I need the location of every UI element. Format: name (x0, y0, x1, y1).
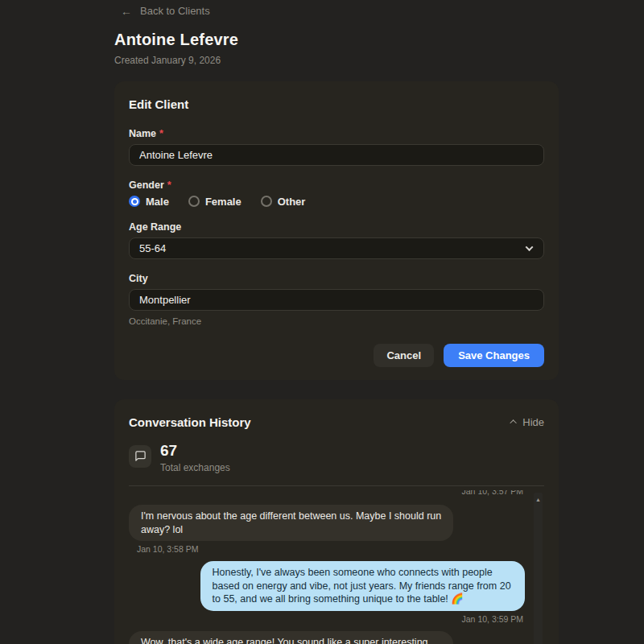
conversation-heading: Conversation History (129, 415, 251, 429)
page-title: Antoine Lefevre (114, 31, 559, 49)
back-to-clients-link[interactable]: ← Back to Clients (114, 0, 210, 17)
age-range-label: Age Range (129, 221, 544, 233)
chat-message: Wow, that's a wide age range! You sound … (129, 631, 525, 644)
back-link-label: Back to Clients (140, 5, 210, 17)
city-label: City (129, 273, 544, 284)
page-header: ← Back to Clients Antoine Lefevre Create… (114, 0, 559, 66)
back-arrow-icon: ← (121, 6, 132, 17)
age-range-select[interactable]: 55-64 (129, 237, 544, 259)
chat-bubble: I'm nervous about the age different betw… (129, 505, 453, 541)
exchange-stats: 67 Total exchanges (129, 443, 544, 474)
name-field: Name * (129, 128, 544, 166)
gender-option-other[interactable]: Other (261, 196, 306, 208)
age-range-field: Age Range 55-64 (129, 221, 544, 259)
chat-message: Honestly, I've always been someone who c… (129, 561, 525, 624)
gender-option-label: Male (146, 196, 169, 208)
city-input[interactable] (129, 289, 544, 311)
message-timestamp: Jan 10, 3:58 PM (137, 544, 198, 554)
radio-checked-icon[interactable] (129, 196, 140, 207)
chat-bubble: Wow, that's a wide age range! You sound … (129, 631, 453, 644)
chevron-down-icon (526, 243, 534, 251)
chevron-up-icon (510, 419, 517, 426)
conversation-history-card: Conversation History Hide 67 Total excha… (114, 399, 559, 644)
cancel-button[interactable]: Cancel (374, 344, 434, 367)
chat-area: Jan 10, 3:57 PMI'm nervous about the age… (129, 489, 544, 644)
chat-bubble: Honestly, I've always been someone who c… (200, 561, 525, 611)
gender-option-label: Other (278, 196, 306, 208)
city-field: City Occitanie, France (129, 273, 544, 326)
save-changes-button[interactable]: Save Changes (444, 344, 544, 367)
radio-unchecked-icon[interactable] (261, 196, 272, 207)
chat-bubble-icon (129, 445, 151, 468)
gender-radio-group: Male Female Other (129, 196, 544, 208)
chat-message: Jan 10, 3:57 PM (129, 490, 525, 498)
hide-label: Hide (522, 416, 544, 428)
city-helper-text: Occitanie, France (129, 316, 544, 326)
form-actions: Cancel Save Changes (129, 344, 544, 367)
gender-label: Gender * (129, 180, 544, 191)
total-exchanges-label: Total exchanges (160, 462, 230, 473)
gender-field: Gender * Male Female Other (129, 180, 544, 208)
age-range-value: 55-64 (139, 242, 166, 254)
exchange-stats-text: 67 Total exchanges (160, 443, 230, 474)
message-timestamp: Jan 10, 3:57 PM (462, 490, 523, 496)
conversation-header: Conversation History Hide (129, 415, 544, 429)
required-mark: * (167, 180, 171, 191)
radio-unchecked-icon[interactable] (188, 196, 200, 207)
chat-scrollbar[interactable]: ▲ (534, 493, 543, 644)
divider (129, 485, 544, 486)
edit-client-card: Edit Client Name * Gender * Male Female … (114, 81, 559, 380)
chat-messages: Jan 10, 3:57 PMI'm nervous about the age… (129, 489, 525, 644)
hide-toggle[interactable]: Hide (512, 416, 544, 428)
gender-option-male[interactable]: Male (129, 196, 169, 208)
name-input[interactable] (129, 144, 544, 166)
message-timestamp: Jan 10, 3:59 PM (462, 614, 523, 624)
total-exchanges-count: 67 (160, 443, 230, 460)
gender-option-female[interactable]: Female (188, 196, 242, 208)
edit-client-heading: Edit Client (129, 97, 544, 111)
name-label: Name * (129, 128, 544, 139)
gender-option-label: Female (205, 196, 242, 208)
required-mark: * (159, 128, 163, 139)
created-date: Created January 9, 2026 (114, 55, 559, 66)
chat-message: I'm nervous about the age different betw… (129, 505, 525, 554)
scroll-up-arrow-icon[interactable]: ▲ (534, 493, 543, 502)
